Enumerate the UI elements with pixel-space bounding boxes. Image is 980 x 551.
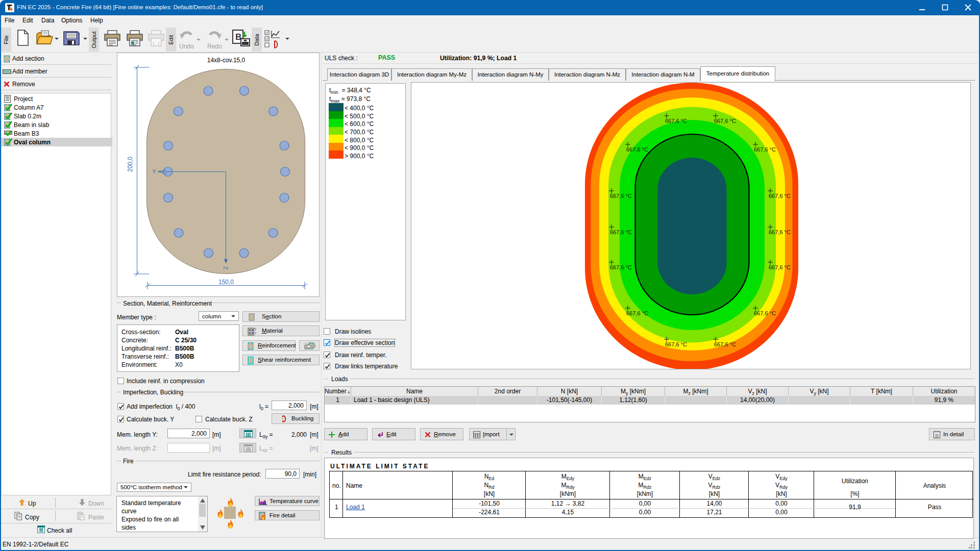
svg-text:667,6 °C: 667,6 °C [610, 264, 632, 270]
svg-text:667,6 °C: 667,6 °C [769, 264, 791, 270]
svg-text:667,6 °C: 667,6 °C [610, 229, 632, 235]
svg-text:667,6 °C: 667,6 °C [754, 310, 776, 316]
svg-text:Z: Z [223, 266, 229, 269]
svg-text:667,6 °C: 667,6 °C [769, 229, 791, 235]
svg-text:?: ? [254, 331, 256, 336]
svg-text:667,6 °C: 667,6 °C [665, 118, 687, 124]
svg-text:667,6 °C: 667,6 °C [626, 146, 648, 153]
svg-text:14x8-cov.15,0: 14x8-cov.15,0 [207, 57, 246, 64]
svg-text:667,6 °C: 667,6 °C [714, 341, 736, 347]
svg-text:150,0: 150,0 [218, 279, 234, 286]
svg-text:667,6 °C: 667,6 °C [610, 193, 632, 199]
svg-text:667,6 °C: 667,6 °C [769, 193, 791, 199]
svg-text:200,0: 200,0 [127, 157, 134, 172]
svg-text:667,6 °C: 667,6 °C [665, 341, 687, 347]
svg-text:667,6 °C: 667,6 °C [626, 310, 648, 316]
svg-text:Y: Y [152, 168, 156, 174]
svg-text:667,6 °C: 667,6 °C [754, 146, 776, 153]
svg-text:667,6 °C: 667,6 °C [714, 118, 736, 124]
